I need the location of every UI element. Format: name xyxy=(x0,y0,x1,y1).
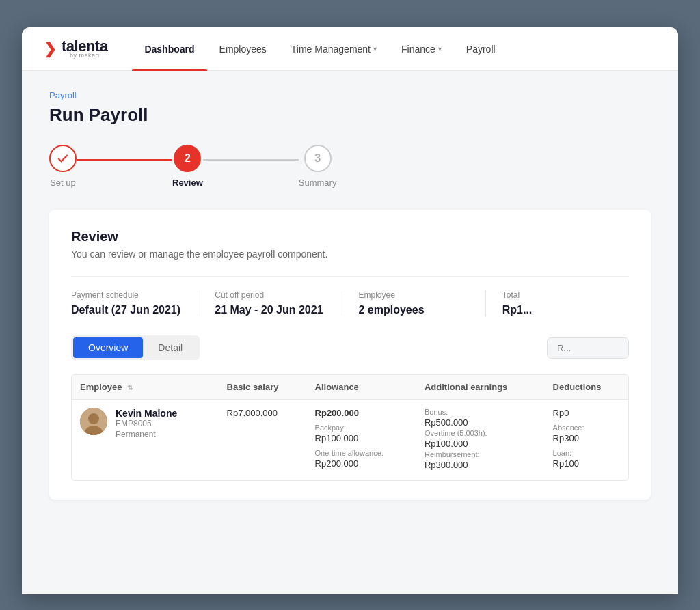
info-row: Payment schedule Default (27 Jun 2021) C… xyxy=(71,276,629,316)
info-label-employee: Employee xyxy=(359,290,469,300)
tab-row: Overview Detail xyxy=(71,335,629,360)
th-basic-salary: Basic salary xyxy=(219,375,307,400)
th-additional-earnings: Additional earnings xyxy=(416,375,545,400)
tabs: Overview Detail xyxy=(71,335,200,360)
allowance-backpay-value: Rp100.000 xyxy=(315,433,408,443)
absence-value: Rp300 xyxy=(553,433,620,443)
step-label-setup: Set up xyxy=(50,178,76,188)
nav-items: Dashboard Employees Time Management ▾ Fi… xyxy=(132,27,656,70)
tab-overview[interactable]: Overview xyxy=(73,337,143,358)
sort-icon: ⇅ xyxy=(127,384,133,391)
table-header-row: Employee ⇅ Basic salary Allowance Additi… xyxy=(72,375,628,400)
avatar-image xyxy=(80,408,107,435)
loan-label: Loan: xyxy=(553,449,620,457)
info-value-payment-schedule: Default (27 Jun 2021) xyxy=(71,304,181,316)
info-block-cut-off: Cut off period 21 May - 20 Jun 2021 xyxy=(215,290,342,316)
info-label-total: Total xyxy=(502,290,612,300)
additional-col: Bonus: Rp500.000 Overtime (5.003h): Rp10… xyxy=(425,408,537,470)
review-description: You can review or manage the employee pa… xyxy=(71,249,629,260)
info-block-total: Total Rp1... xyxy=(502,290,629,316)
svg-point-1 xyxy=(88,413,99,424)
reimbursement-label: Reimbursement: xyxy=(425,450,537,458)
overtime-label: Overtime (5.003h): xyxy=(425,429,537,437)
info-value-total: Rp1... xyxy=(502,304,612,316)
employee-name: Kevin Malone xyxy=(116,408,177,419)
info-block-payment-schedule: Payment schedule Default (27 Jun 2021) xyxy=(71,290,198,316)
nav-item-time-management[interactable]: Time Management ▾ xyxy=(279,27,389,71)
chevron-down-icon: ▾ xyxy=(373,45,377,53)
step-circle-review: 2 xyxy=(174,145,201,172)
absence-label: Absence: xyxy=(553,424,620,432)
allowance-main: Rp200.000 xyxy=(315,408,408,418)
table-wrapper: Employee ⇅ Basic salary Allowance Additi… xyxy=(71,374,629,481)
nav-item-employees[interactable]: Employees xyxy=(207,27,279,71)
table-row: Kevin Malone EMP8005 Permanent Rp7.000.0… xyxy=(72,400,628,480)
deduct-col: Rp0 Absence: Rp300 Loan: Rp100 xyxy=(553,408,620,469)
info-label-payment-schedule: Payment schedule xyxy=(71,290,181,300)
td-additional-earnings: Bonus: Rp500.000 Overtime (5.003h): Rp10… xyxy=(416,400,545,480)
step-connector-2 xyxy=(203,159,299,161)
main-content: Payroll Run Payroll Set up 2 Review xyxy=(22,71,678,594)
deduction-main: Rp0 xyxy=(553,408,620,418)
bonus-value: Rp500.000 xyxy=(425,417,537,428)
step-connector-1 xyxy=(77,159,172,161)
allowance-onetime-value: Rp200.000 xyxy=(315,458,408,469)
td-employee: Kevin Malone EMP8005 Permanent xyxy=(72,400,219,480)
employee-type: Permanent xyxy=(116,430,177,439)
step-circle-setup xyxy=(49,145,77,172)
bonus-label: Bonus: xyxy=(425,408,537,416)
allowance-cell: Rp200.000 Backpay: Rp100.000 One-time al… xyxy=(315,408,408,469)
avatar xyxy=(80,408,107,435)
allowance-onetime-label: One-time allowance: xyxy=(315,449,408,457)
td-allowance: Rp200.000 Backpay: Rp100.000 One-time al… xyxy=(307,400,416,480)
td-deductions: Rp0 Absence: Rp300 Loan: Rp100 xyxy=(545,400,628,480)
info-value-employee: 2 employees xyxy=(359,304,469,316)
overtime-value: Rp100.000 xyxy=(425,439,537,449)
step-label-review: Review xyxy=(172,178,203,188)
reimbursement-value: Rp300.000 xyxy=(425,460,537,470)
tab-detail[interactable]: Detail xyxy=(143,337,198,358)
step-summary: 3 Summary xyxy=(299,145,337,188)
browser-window: ❯ talenta by mekari Dashboard Employees … xyxy=(22,27,678,594)
breadcrumb[interactable]: Payroll xyxy=(49,90,651,100)
review-title: Review xyxy=(71,229,629,245)
info-value-cut-off: 21 May - 20 Jun 2021 xyxy=(215,304,325,316)
logo-inner: talenta by mekari xyxy=(62,39,107,59)
stepper: Set up 2 Review 3 Summary xyxy=(49,145,651,188)
th-employee[interactable]: Employee ⇅ xyxy=(72,375,219,400)
logo-sub: by mekari xyxy=(62,53,107,59)
nav-item-dashboard[interactable]: Dashboard xyxy=(132,27,206,71)
td-basic-salary: Rp7.000.000 xyxy=(219,400,307,480)
employee-col: Kevin Malone EMP8005 Permanent xyxy=(80,408,211,439)
payroll-table: Employee ⇅ Basic salary Allowance Additi… xyxy=(72,374,628,480)
review-card: Review You can review or manage the empl… xyxy=(49,210,651,500)
employee-id: EMP8005 xyxy=(116,419,177,428)
th-allowance: Allowance xyxy=(307,375,416,400)
logo-chevron-icon: ❯ xyxy=(44,42,56,57)
info-block-employee: Employee 2 employees xyxy=(359,290,486,316)
chevron-down-icon: ▾ xyxy=(438,45,442,53)
loan-value: Rp100 xyxy=(553,458,620,469)
step-circle-summary: 3 xyxy=(304,145,332,172)
search-input[interactable] xyxy=(547,337,629,359)
step-setup: Set up xyxy=(49,145,77,188)
step-review: 2 Review xyxy=(172,145,203,188)
logo-area[interactable]: ❯ talenta by mekari xyxy=(44,39,107,59)
employee-info: Kevin Malone EMP8005 Permanent xyxy=(116,408,177,439)
step-label-summary: Summary xyxy=(299,178,337,188)
th-deductions: Deductions xyxy=(545,375,628,400)
allowance-backpay-label: Backpay: xyxy=(315,424,408,432)
nav-item-finance[interactable]: Finance ▾ xyxy=(389,27,454,71)
navbar: ❯ talenta by mekari Dashboard Employees … xyxy=(22,27,678,71)
info-label-cut-off: Cut off period xyxy=(215,290,325,300)
page-title: Run Payroll xyxy=(49,105,651,126)
nav-item-payroll[interactable]: Payroll xyxy=(454,27,508,71)
